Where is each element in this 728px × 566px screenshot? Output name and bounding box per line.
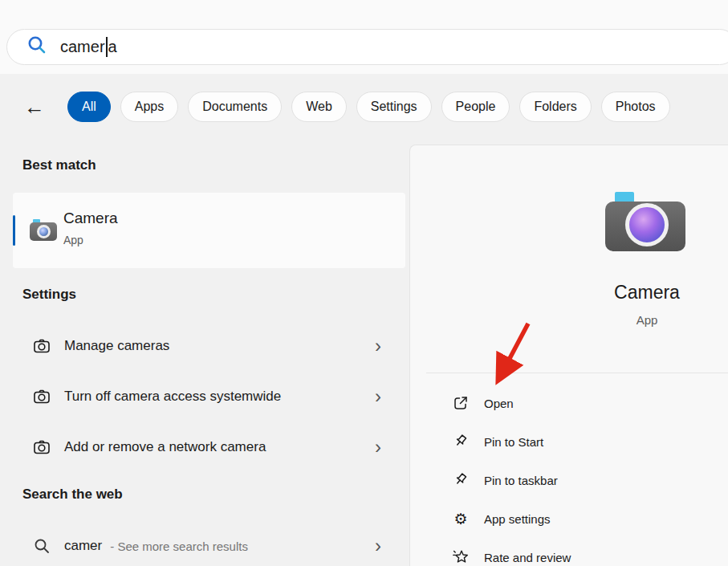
chevron-right-icon[interactable]: ›	[375, 336, 405, 356]
settings-heading: Settings	[22, 287, 76, 303]
text-caret	[106, 37, 108, 57]
search-query-text: camera	[60, 37, 117, 57]
action-open[interactable]: Open	[434, 384, 728, 422]
back-button[interactable]: ←	[24, 96, 45, 117]
action-label: Pin to taskbar	[484, 474, 558, 487]
rate-star-icon	[452, 548, 470, 566]
search-web-heading: Search the web	[22, 487, 123, 503]
settings-item-label: Turn off camera access systemwide	[64, 389, 281, 405]
best-match-result-camera[interactable]: Camera App	[13, 193, 405, 268]
tab-apps[interactable]: Apps	[120, 92, 178, 122]
camera-app-icon-large	[605, 192, 689, 254]
preview-app-subtitle: App	[636, 313, 658, 327]
preview-panel: Camera App Open Pin to Start	[409, 145, 728, 566]
result-title: Camera	[63, 210, 118, 227]
action-label: Pin to Start	[484, 435, 543, 449]
tab-people[interactable]: People	[441, 92, 510, 122]
settings-item-manage-cameras[interactable]: Manage cameras ›	[13, 325, 405, 367]
action-pin-to-taskbar[interactable]: Pin to taskbar	[434, 461, 728, 499]
camera-outline-icon	[32, 438, 51, 457]
best-match-heading: Best match	[22, 157, 96, 173]
filter-tabs: ← All Apps Documents Web Settings People…	[24, 92, 728, 122]
web-query-text: camer	[64, 538, 102, 554]
search-icon	[26, 35, 47, 59]
camera-outline-icon	[32, 336, 51, 356]
search-input[interactable]: camera	[6, 29, 728, 65]
tab-all[interactable]: All	[67, 92, 111, 122]
selection-accent-bar	[13, 215, 15, 246]
settings-item-label: Manage cameras	[64, 338, 169, 354]
web-search-result[interactable]: camer - See more search results ›	[13, 525, 405, 566]
camera-outline-icon	[32, 387, 51, 406]
camera-app-icon	[29, 216, 58, 245]
pin-icon	[452, 471, 470, 489]
preview-app-title: Camera	[614, 282, 680, 303]
result-subtitle: App	[63, 234, 83, 246]
settings-item-turn-off-camera-access[interactable]: Turn off camera access systemwide ›	[13, 376, 405, 417]
action-label: Rate and review	[484, 551, 571, 564]
divider	[426, 373, 728, 373]
settings-item-label: Add or remove a network camera	[64, 439, 266, 455]
tab-photos[interactable]: Photos	[601, 92, 670, 122]
pin-icon	[452, 433, 470, 450]
tab-folders[interactable]: Folders	[519, 92, 591, 122]
tab-settings[interactable]: Settings	[356, 92, 432, 122]
action-rate-and-review[interactable]: Rate and review	[434, 538, 728, 566]
action-label: Open	[484, 397, 514, 410]
search-icon	[32, 536, 51, 556]
open-external-icon	[452, 394, 470, 412]
chevron-right-icon[interactable]: ›	[375, 536, 405, 556]
tab-web[interactable]: Web	[291, 92, 347, 122]
gear-icon: ⚙	[452, 510, 470, 527]
web-result-suffix: - See more search results	[110, 540, 248, 553]
chevron-right-icon[interactable]: ›	[375, 387, 405, 406]
action-label: App settings	[484, 512, 551, 526]
chevron-right-icon[interactable]: ›	[375, 438, 405, 457]
settings-item-add-network-camera[interactable]: Add or remove a network camera ›	[13, 426, 405, 468]
tab-documents[interactable]: Documents	[188, 92, 282, 122]
action-app-settings[interactable]: ⚙ App settings	[434, 499, 728, 538]
action-pin-to-start[interactable]: Pin to Start	[434, 422, 728, 461]
